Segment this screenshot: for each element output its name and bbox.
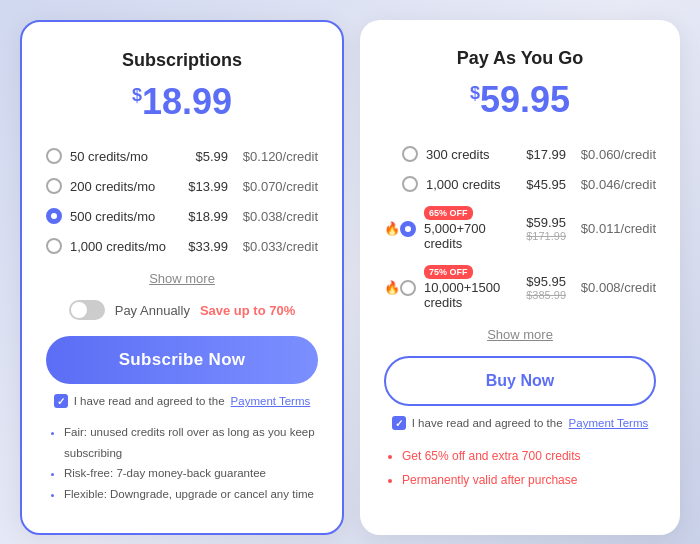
cards-container: Subscriptions $18.99 50 credits/mo$5.99$… [20,20,680,535]
payg-plan-radio[interactable] [400,280,416,296]
subscriptions-title: Subscriptions [46,50,318,71]
toggle-label: Pay Annually [115,303,190,318]
subscriptions-plan-list: 50 credits/mo$5.99$0.120/credit200 credi… [46,141,318,261]
subscription-plan-row[interactable]: 500 credits/mo$18.99$0.038/credit [46,201,318,231]
plan-price: $5.99 [168,149,228,164]
plan-name: 50 credits/mo [70,149,168,164]
payg-plan-credit: $0.008/credit [566,280,656,295]
plan-price: $13.99 [168,179,228,194]
right-terms-checkbox[interactable] [392,416,406,430]
plan-strike-price: $385.99 [526,289,566,301]
plan-name: 1,000 credits/mo [70,239,168,254]
right-terms-text: I have read and agreed to the [412,417,563,429]
payg-plan-row[interactable]: 1,000 credits$45.95$0.046/credit [384,169,656,199]
payg-plan-radio[interactable] [402,146,418,162]
plan-badge: 75% OFF [424,265,473,279]
plan-name: 200 credits/mo [70,179,168,194]
payg-show-more[interactable]: Show more [384,327,656,342]
payg-plan-price-col: $45.95 [506,177,566,192]
payg-plan-list: 300 credits$17.99$0.060/credit1,000 cred… [384,139,656,317]
payg-plan-name-col: 65% OFF5,000+700 credits [424,206,506,251]
plan-radio[interactable] [46,148,62,164]
payg-plan-credit: $0.060/credit [566,147,656,162]
payg-plan-price-col: $59.95$171.99 [506,215,566,242]
buy-now-button[interactable]: Buy Now [384,356,656,406]
plan-credit: $0.033/credit [228,239,318,254]
payg-plan-price: $95.95 [526,274,566,289]
plan-radio[interactable] [46,208,62,224]
payg-plan-name-col: 75% OFF10,000+1500 credits [424,265,506,310]
payg-plan-row[interactable]: 🔥75% OFF10,000+1500 credits$95.95$385.99… [384,258,656,317]
payg-plan-name: 1,000 credits [426,177,506,192]
plan-credit: $0.120/credit [228,149,318,164]
payg-plan-credit: $0.046/credit [566,177,656,192]
subscribe-button[interactable]: Subscribe Now [46,336,318,384]
right-terms-link[interactable]: Payment Terms [569,417,649,429]
payg-plan-name: 300 credits [426,147,506,162]
toggle-save-label: Save up to 70% [200,303,295,318]
left-bullets: Fair: unused credits roll over as long a… [46,422,318,505]
payg-plan-price-col: $95.95$385.99 [506,274,566,301]
payg-plan-radio[interactable] [400,221,416,237]
subscriptions-price: $18.99 [46,81,318,123]
subscriptions-show-more[interactable]: Show more [46,271,318,286]
left-terms-link[interactable]: Payment Terms [231,395,311,407]
subscription-plan-row[interactable]: 200 credits/mo$13.99$0.070/credit [46,171,318,201]
fire-icon: 🔥 [384,221,400,236]
payg-plan-credit: $0.011/credit [566,221,656,236]
plan-strike-price: $171.99 [526,230,566,242]
subscriptions-card: Subscriptions $18.99 50 credits/mo$5.99$… [20,20,344,535]
plan-credit: $0.070/credit [228,179,318,194]
plan-credit: $0.038/credit [228,209,318,224]
plan-badge: 65% OFF [424,206,473,220]
payg-plan-name-col: 1,000 credits [426,177,506,192]
fire-icon: 🔥 [384,280,400,295]
payg-price: $59.95 [384,79,656,121]
price-symbol: $ [132,85,142,105]
left-terms-text: I have read and agreed to the [74,395,225,407]
annual-toggle[interactable] [69,300,105,320]
subscription-plan-row[interactable]: 1,000 credits/mo$33.99$0.033/credit [46,231,318,261]
payg-plan-row[interactable]: 🔥65% OFF5,000+700 credits$59.95$171.99$0… [384,199,656,258]
left-bullet-item: Fair: unused credits roll over as long a… [64,422,318,463]
payg-plan-name-col: 300 credits [426,147,506,162]
left-bullet-item: Risk-free: 7-day money-back guarantee [64,463,318,484]
plan-price: $33.99 [168,239,228,254]
payg-plan-name: 5,000+700 credits [424,221,506,251]
left-bullet-item: Flexible: Downgrade, upgrade or cancel a… [64,484,318,505]
payg-plan-name: 10,000+1500 credits [424,280,506,310]
toggle-row: Pay Annually Save up to 70% [46,300,318,320]
payg-plan-price-col: $17.99 [506,147,566,162]
payg-plan-price: $59.95 [526,215,566,230]
payg-plan-radio[interactable] [402,176,418,192]
payg-price-symbol: $ [470,83,480,103]
plan-radio[interactable] [46,238,62,254]
right-terms-row: I have read and agreed to the Payment Te… [384,416,656,430]
payg-plan-price: $45.95 [526,177,566,192]
left-terms-row: I have read and agreed to the Payment Te… [46,394,318,408]
red-bullet-item: Permanently valid after purchase [402,468,656,492]
payg-card: Pay As You Go $59.95 300 credits$17.99$0… [360,20,680,535]
payg-plan-price: $17.99 [526,147,566,162]
right-red-bullets: Get 65% off and extra 700 creditsPermane… [384,444,656,492]
subscription-plan-row[interactable]: 50 credits/mo$5.99$0.120/credit [46,141,318,171]
payg-plan-row[interactable]: 300 credits$17.99$0.060/credit [384,139,656,169]
payg-title: Pay As You Go [384,48,656,69]
red-bullet-item: Get 65% off and extra 700 credits [402,444,656,468]
plan-radio[interactable] [46,178,62,194]
left-terms-checkbox[interactable] [54,394,68,408]
plan-price: $18.99 [168,209,228,224]
plan-name: 500 credits/mo [70,209,168,224]
